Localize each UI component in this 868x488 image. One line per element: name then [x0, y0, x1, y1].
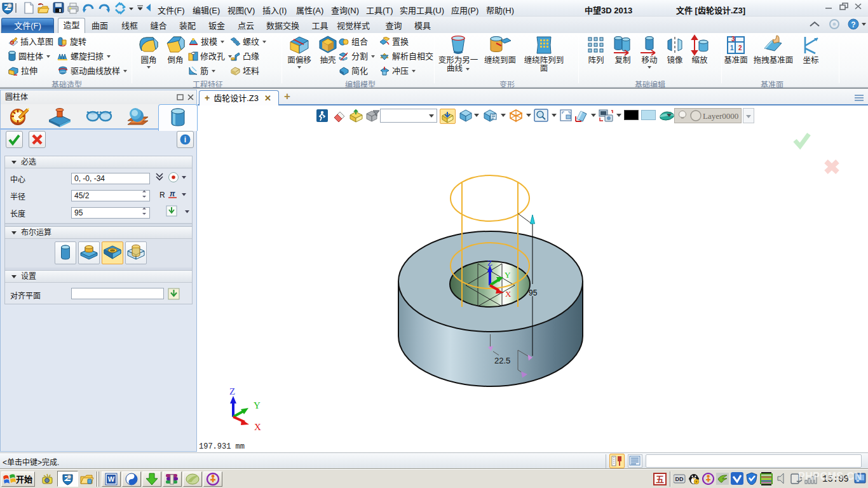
svg-text:五: 五 [656, 475, 664, 484]
svg-text:Z: Z [487, 258, 492, 268]
svg-text:DD: DD [675, 476, 684, 482]
svg-text:X: X [254, 422, 261, 432]
svg-text:W: W [108, 475, 115, 483]
svg-text:?: ? [851, 20, 855, 29]
svg-text:95: 95 [529, 288, 538, 297]
svg-text:22.5: 22.5 [494, 356, 510, 365]
svg-text:i: i [184, 135, 186, 144]
svg-text:2: 2 [738, 44, 742, 51]
svg-text:Y: Y [505, 270, 511, 280]
svg-text:1: 1 [730, 44, 734, 51]
svg-text:π: π [170, 189, 175, 198]
svg-text:开始: 开始 [16, 475, 32, 484]
svg-text:Z: Z [229, 386, 235, 396]
svg-text:Y: Y [254, 400, 261, 410]
svg-text:X: X [505, 289, 512, 299]
svg-text:3: 3 [731, 36, 735, 43]
